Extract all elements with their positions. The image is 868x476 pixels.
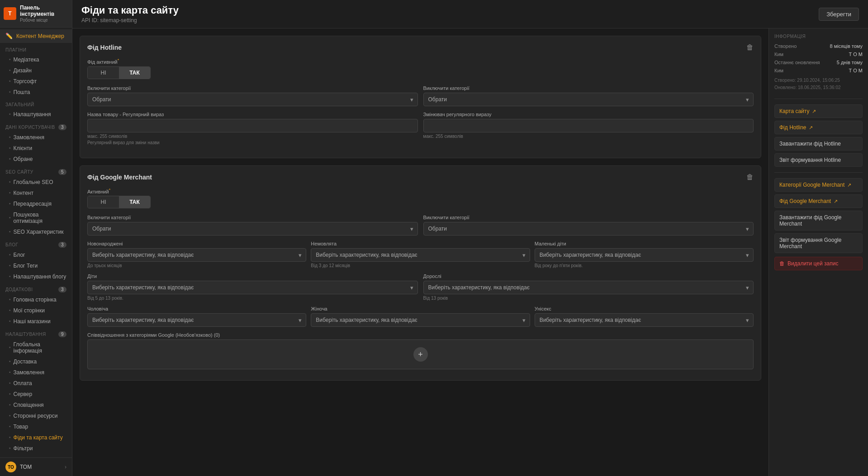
toddler-select[interactable]: Виберіть характеристику, яка відповідає: [535, 248, 754, 262]
sidebar-nav: ✏️ Контент Менеджер ПЛАГІНИ Медіатека Ди…: [0, 28, 72, 457]
google-feed-link[interactable]: Фід Google Merchant ↗: [774, 194, 863, 208]
sidebar-item-blog[interactable]: Блог: [0, 250, 72, 260]
sidebar-item-global-info[interactable]: Глобальна інформація: [0, 339, 72, 356]
google-merchant-card: Фід Google Merchant 🗑 Активний* НІ ТАК В…: [80, 165, 761, 381]
sidebar-item-delivery[interactable]: Доставка: [0, 356, 72, 367]
google-active-toggle[interactable]: НІ ТАК: [87, 196, 151, 208]
kids-wrapper: Виберіть характеристику, яка відповідає: [87, 281, 418, 294]
sidebar-item-main-page[interactable]: Головна сторінка: [0, 294, 72, 305]
toddler-label: Маленькі діти: [535, 241, 754, 246]
google-active-label: Активний*: [87, 188, 754, 194]
download-hotline-btn[interactable]: Завантажити фід Hotline: [774, 137, 863, 151]
sidebar-item-third-party[interactable]: Сторонні ресурси: [0, 410, 72, 421]
google-mapping-label: Співвідношення з категоріями Google (Нео…: [87, 332, 754, 338]
unisex-select[interactable]: Виберіть характеристику, яка відповідає: [535, 313, 754, 327]
google-card-title: Фід Google Merchant: [87, 174, 152, 181]
hotline-product-name-input[interactable]: [87, 119, 418, 132]
workspace-label: Робоче місце: [20, 18, 68, 23]
toddler-wrapper: Виберіть характеристику, яка відповідає: [535, 248, 754, 262]
save-button[interactable]: Зберегти: [819, 8, 859, 21]
sidebar-item-server[interactable]: Сервер: [0, 389, 72, 400]
info-section: ІНФОРМАЦІЯ Створено 8 місяців тому Ким Т…: [774, 34, 863, 91]
sidebar-item-feeds-sitemap[interactable]: Фіди та карта сайту: [0, 432, 72, 443]
sidebar-item-redirects[interactable]: Переадресація: [0, 198, 72, 209]
kids-select[interactable]: Виберіть характеристику, яка відповідає: [87, 281, 418, 294]
hotline-yes-btn[interactable]: ТАК: [119, 67, 150, 79]
main-area: Фіди та карта сайту API ID: sitemap-sett…: [72, 0, 868, 476]
sidebar-item-label: Контент Менеджер: [16, 33, 64, 39]
sidebar-item-global-seo[interactable]: Глобальне SEO: [0, 177, 72, 188]
download-google-btn[interactable]: Завантажити фід Google Merchant: [774, 211, 863, 231]
sidebar-item-our-shops[interactable]: Наші магазини: [0, 316, 72, 327]
newborn-hint: До трьох місяців: [87, 263, 306, 268]
google-include-select[interactable]: Обрати: [87, 222, 418, 236]
sidebar-item-orders[interactable]: Замовлення: [0, 132, 72, 143]
sidebar-item-settings-nav[interactable]: Налаштування: [0, 109, 72, 120]
last-updated-label: Останнє оновлення: [774, 60, 820, 65]
male-select[interactable]: Виберіть характеристику, яка відповідає: [87, 313, 306, 327]
infant-select[interactable]: Виберіть характеристику, яка відповідає: [311, 248, 530, 262]
hotline-delete-icon[interactable]: 🗑: [746, 43, 754, 52]
created-by-value: Т О М: [849, 52, 863, 57]
add-mapping-btn[interactable]: +: [413, 347, 428, 362]
female-wrapper: Виберіть характеристику, яка відповідає: [311, 313, 530, 327]
sidebar-item-filters[interactable]: Фільтри: [0, 443, 72, 454]
kids-label: Діти: [87, 273, 418, 279]
google-card-header: Фід Google Merchant 🗑: [87, 173, 754, 181]
link-text: Фід Hotline: [779, 124, 806, 131]
external-link-icon: ↗: [809, 125, 813, 131]
created-by-row: Ким Т О М: [774, 52, 863, 57]
info-header: ІНФОРМАЦІЯ: [774, 34, 863, 39]
newborn-select[interactable]: Виберіть характеристику, яка відповідає: [87, 248, 306, 262]
sidebar-item-blog-tags[interactable]: Блог Теги: [0, 260, 72, 271]
google-no-btn[interactable]: НІ: [88, 196, 119, 208]
sidebar-item-clients[interactable]: Клієнти: [0, 143, 72, 154]
sidebar-item-search-opt[interactable]: Пошукова оптимізація: [0, 209, 72, 226]
page-subtitle: API ID: sitemap-setting: [81, 17, 179, 24]
google-categories-link[interactable]: Категорії Google Merchant ↗: [774, 178, 863, 192]
unisex-label: Унісекс: [535, 306, 754, 311]
link-text: Карта сайту: [779, 108, 809, 114]
sidebar-item-content-seo[interactable]: Контент: [0, 188, 72, 198]
hotline-hint2: Регулярний вираз для зміни назви: [87, 140, 418, 145]
sidebar-item-content-manager[interactable]: ✏️ Контент Менеджер: [0, 29, 72, 43]
google-delete-icon[interactable]: 🗑: [746, 173, 754, 181]
sidebar-item-orders-settings[interactable]: Замовлення: [0, 367, 72, 378]
content-manager-icon: ✏️: [5, 33, 13, 40]
sidebar-item-seo-char[interactable]: SEO Характеристик: [0, 226, 72, 237]
hotline-report-btn[interactable]: Звіт формування Hotline: [774, 153, 863, 167]
sitemap-link[interactable]: Карта сайту ↗: [774, 104, 863, 118]
hotline-no-btn[interactable]: НІ: [88, 67, 119, 79]
settings-badge: 9: [58, 331, 66, 337]
sidebar-item-blog-settings[interactable]: Налаштування блогу: [0, 271, 72, 282]
google-exclude-select[interactable]: Обрати: [423, 222, 754, 236]
seo-header: SEO САЙТУ 5: [0, 165, 72, 177]
female-select[interactable]: Виберіть характеристику, яка відповідає: [311, 313, 530, 327]
sidebar-item-media[interactable]: Медіатека: [0, 54, 72, 65]
adult-select[interactable]: Виберіть характеристику, яка відповідає: [423, 281, 754, 294]
form-area: Фід Hotline 🗑 Фід активний* НІ ТАК Включ…: [72, 28, 768, 476]
sidebar-footer: TO ТОМ ›: [0, 457, 72, 476]
sidebar-item-favorites[interactable]: Обране: [0, 154, 72, 165]
settings-header: НАЛАШТУВАННЯ 9: [0, 327, 72, 339]
sidebar-item-torgsof[interactable]: Торгсофт: [0, 76, 72, 87]
delete-record-btn[interactable]: 🗑 Видалити цей запис: [774, 257, 863, 270]
hotline-modifier-input[interactable]: [423, 119, 754, 132]
topbar: Фіди та карта сайту API ID: sitemap-sett…: [72, 0, 868, 28]
sidebar-item-payment[interactable]: Оплата: [0, 378, 72, 389]
sidebar-item-design[interactable]: Дизайн: [0, 65, 72, 76]
sidebar-item-notifications[interactable]: Сповіщення: [0, 400, 72, 410]
sidebar-item-mail[interactable]: Пошта: [0, 87, 72, 98]
sidebar-item-goods[interactable]: Товар: [0, 421, 72, 432]
google-report-btn[interactable]: Звіт формування Google Merchant: [774, 233, 863, 253]
sidebar-item-my-pages[interactable]: Мої сторінки: [0, 305, 72, 316]
hotline-exclude-label: Виключити категорії: [423, 85, 754, 91]
hotline-include-select[interactable]: Обрати: [87, 93, 418, 106]
adult-label: Дорослі: [423, 273, 754, 279]
hotline-feed-link[interactable]: Фід Hotline ↗: [774, 121, 863, 134]
hotline-active-toggle[interactable]: НІ ТАК: [87, 66, 151, 79]
hotline-exclude-select[interactable]: Обрати: [423, 93, 754, 106]
link-text: Фід Google Merchant: [779, 198, 831, 204]
plugins-header: ПЛАГІНИ: [0, 43, 72, 54]
google-yes-btn[interactable]: ТАК: [119, 196, 150, 208]
